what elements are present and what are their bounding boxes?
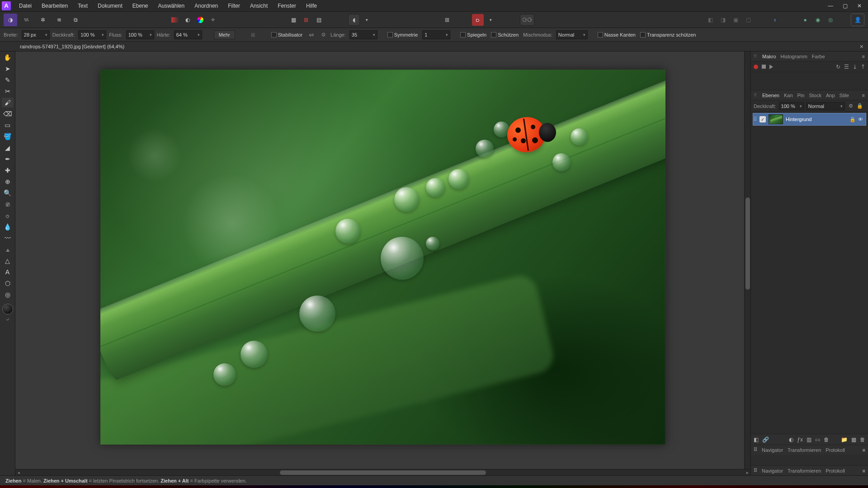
length-field[interactable]: 35▾ — [349, 30, 377, 39]
layer-delete-icon[interactable]: 🗑 — [824, 436, 829, 443]
menu-select[interactable]: Auswählen — [153, 1, 189, 11]
tab-navigator2[interactable]: Navigator — [762, 468, 783, 474]
tab-layers[interactable]: Ebenen — [762, 93, 779, 98]
macro-export-icon[interactable]: ⤒ — [861, 64, 865, 70]
layer-link-icon[interactable]: 🔗 — [762, 436, 769, 443]
canvas[interactable] — [100, 70, 665, 445]
heal-tool[interactable]: ✚ — [2, 165, 14, 175]
layer-row[interactable]: ⠿ ✓ Hintergrund 🔒 👁 — [753, 113, 866, 126]
layer-add-adj-icon[interactable]: ◐ — [789, 436, 793, 443]
opacity-field[interactable]: 100 %▾ — [78, 30, 106, 39]
protect-check[interactable]: Schützen — [491, 32, 519, 38]
play-icon[interactable] — [769, 65, 773, 69]
pressure-icon[interactable]: ✓⃝ — [249, 30, 258, 39]
export-persona-button[interactable]: ⧉ — [69, 14, 82, 26]
flood-tool[interactable]: 🪣 — [2, 131, 14, 141]
menu-view[interactable]: Ansicht — [245, 1, 272, 11]
minimize-button[interactable]: — — [824, 1, 837, 10]
selection-invert-button[interactable]: ▤ — [313, 14, 325, 26]
layer-mask-icon[interactable]: ◧ — [754, 436, 759, 443]
grip-icon[interactable]: ⠿ — [754, 93, 757, 98]
document-tab[interactable]: raindrops-574971_1920.jpg [Geändert] (64… — [17, 44, 127, 49]
tab-history2[interactable]: Protokoll — [826, 468, 845, 474]
layer-folder-icon[interactable]: 📁 — [841, 436, 848, 443]
layer-lock-small-icon[interactable]: 🔒 — [849, 117, 856, 122]
tab-histogram[interactable]: Histogramm — [781, 54, 807, 59]
vertical-scrollbar[interactable] — [744, 52, 750, 469]
grip-icon[interactable]: ⠿ — [754, 468, 757, 474]
develop-persona-button[interactable]: ✲ — [36, 14, 50, 26]
brush-tool[interactable]: 🖌 — [2, 98, 14, 108]
share1-button[interactable]: ● — [799, 14, 811, 26]
tab-styles[interactable]: Stile — [840, 93, 849, 98]
align-button[interactable]: ⫞ — [769, 14, 780, 26]
color-swap-icon[interactable]: ⤾ — [6, 317, 9, 322]
grip-icon[interactable]: ⠿ — [754, 447, 757, 453]
op2-button[interactable]: ◨ — [717, 14, 729, 26]
eraser-tool[interactable]: ⌫ — [2, 109, 14, 119]
hscroll-left-arrow[interactable]: ◂ — [15, 469, 22, 476]
quickmask-button[interactable]: ◖ — [348, 14, 360, 26]
hscroll-thumb[interactable] — [280, 470, 486, 475]
tab-history[interactable]: Protokoll — [826, 447, 845, 453]
zoom-tool[interactable]: 🔍 — [2, 188, 14, 198]
menu-edit[interactable]: Bearbeiten — [37, 1, 72, 11]
layer-add-group-icon[interactable]: ▭ — [815, 436, 820, 443]
rope-mode-icon[interactable]: ᔕ — [307, 30, 316, 39]
tone-persona-button[interactable]: ≋ — [52, 14, 66, 26]
tab-transform[interactable]: Transformieren — [788, 447, 821, 453]
tab-stock[interactable]: Stock — [809, 93, 821, 98]
layer-visible-small-icon[interactable]: 👁 — [858, 117, 863, 122]
menu-filter[interactable]: Filter — [223, 1, 245, 11]
crop-tool[interactable]: ✂ — [2, 86, 14, 96]
tab-navigator[interactable]: Navigator — [762, 447, 783, 453]
selection-all-button[interactable]: ▦ — [288, 14, 299, 26]
tab-adjust[interactable]: Anp — [826, 93, 835, 98]
target-tool[interactable]: ◎ — [2, 290, 14, 300]
gradient-tool[interactable]: ◢ — [2, 143, 14, 153]
text-tool[interactable]: A — [2, 267, 14, 277]
symmetry-field[interactable]: 1▾ — [422, 30, 450, 39]
layer-trash-icon[interactable]: 🗑 — [860, 436, 865, 443]
layer-add-fx-icon[interactable]: ƒx — [797, 436, 803, 443]
crop-button[interactable]: ⊞ — [441, 14, 453, 26]
horizontal-scrollbar[interactable]: ◂ ▸ — [15, 469, 750, 475]
swatch-gray-button[interactable]: ◐ — [182, 14, 193, 26]
grip-icon[interactable]: ⠿ — [754, 54, 757, 59]
share2-button[interactable]: ◉ — [812, 14, 824, 26]
stabilizer-check[interactable]: Stabilisator — [271, 32, 302, 38]
menu-arrange[interactable]: Anordnen — [190, 1, 222, 11]
menu-layer[interactable]: Ebene — [128, 1, 153, 11]
panel-menu-icon[interactable]: ≡ — [863, 447, 865, 453]
flow-field[interactable]: 100 %▾ — [126, 30, 154, 39]
move-tool[interactable]: ➤ — [2, 64, 14, 74]
close-button[interactable]: ✕ — [853, 1, 866, 10]
menu-document[interactable]: Dokument — [93, 1, 127, 11]
maximize-button[interactable]: ▢ — [838, 1, 852, 10]
macro-list-icon[interactable]: ☰ — [844, 64, 849, 70]
quickmask-dropdown[interactable]: ▾ — [361, 14, 373, 26]
photo-persona-button[interactable]: ◑ — [4, 14, 17, 26]
tab-channels[interactable]: Kan — [784, 93, 793, 98]
menu-file[interactable]: Datei — [14, 1, 36, 11]
macro-save-icon[interactable]: ⤓ — [853, 64, 857, 70]
layer-add-mask-icon[interactable]: ▥ — [807, 436, 811, 443]
swatch-auto-button[interactable]: ✧ — [207, 14, 219, 26]
color-well[interactable] — [2, 304, 13, 314]
stamp-tool[interactable]: ⎚ — [2, 199, 14, 209]
blend-field[interactable]: Normal▾ — [556, 30, 588, 39]
dodge-tool[interactable]: ☼ — [2, 211, 14, 221]
layer-blend-field[interactable]: Normal▾ — [806, 102, 845, 110]
mirror-check[interactable]: Spiegeln — [460, 32, 486, 38]
more-button[interactable]: Mehr — [214, 30, 235, 39]
macro-refresh-icon[interactable]: ↻ — [836, 64, 840, 70]
tab-transform2[interactable]: Transformieren — [788, 468, 821, 474]
window-mode-icon[interactable]: ⊙ — [319, 30, 328, 39]
vr-button[interactable]: ⚆⚆ — [520, 14, 534, 26]
tab-pin[interactable]: Pin — [797, 93, 805, 98]
symmetry-check[interactable]: Symmetrie — [387, 32, 418, 38]
width-field[interactable]: 28 px▾ — [22, 30, 50, 39]
hand-tool[interactable]: ✋ — [2, 52, 14, 62]
op3-button[interactable]: ▣ — [730, 14, 741, 26]
share3-button[interactable]: ◎ — [825, 14, 836, 26]
